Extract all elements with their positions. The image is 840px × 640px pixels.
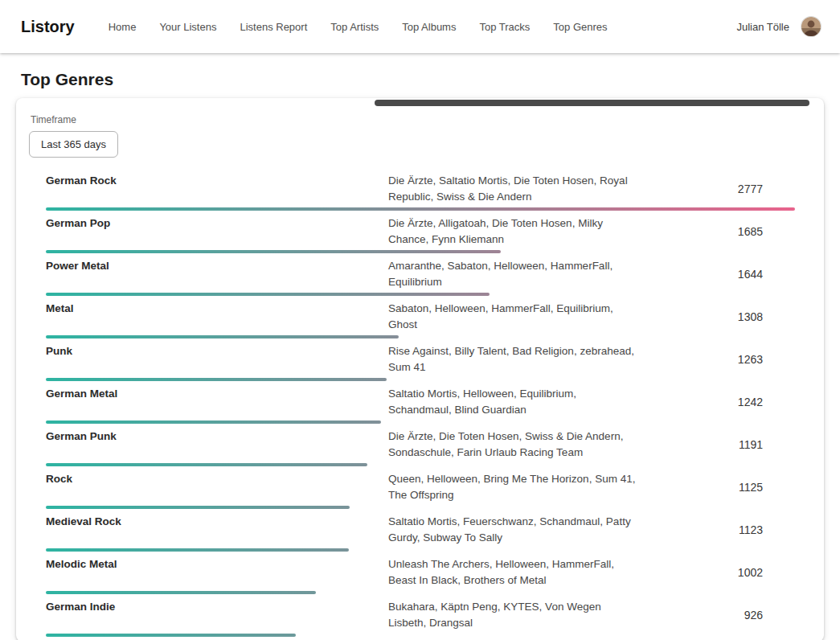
genre-row: Punk Rise Against, Billy Talent, Bad Rel… [46, 338, 795, 381]
genre-artists: Die Ärzte, Alligatoah, Die Toten Hosen, … [388, 215, 645, 248]
nav-link-top-tracks[interactable]: Top Tracks [479, 21, 530, 33]
genre-bar [46, 463, 367, 466]
genre-bar [46, 506, 350, 509]
nav-link-top-artists[interactable]: Top Artists [330, 21, 379, 33]
genre-artists: Saltatio Mortis, Feuerschwanz, Schandmau… [388, 514, 645, 546]
genre-bar [46, 634, 296, 637]
genre-count: 1242 [645, 396, 795, 408]
genre-bar [46, 591, 316, 594]
top-navbar: Listory HomeYour ListensListens ReportTo… [0, 0, 840, 53]
genre-count: 2777 [645, 183, 795, 195]
genre-name: Metal [46, 301, 388, 333]
timeframe-select[interactable]: Last 365 days [29, 131, 118, 158]
genre-name: Power Metal [46, 258, 388, 290]
genre-bar-track [46, 250, 795, 253]
genre-row: Power Metal Amaranthe, Sabaton, Hellowee… [46, 253, 795, 296]
genre-table: German Rock Die Ärzte, Saltatio Mortis, … [46, 168, 795, 637]
genre-row: Metal Sabaton, Helloween, HammerFall, Eq… [46, 296, 795, 338]
avatar-photo [801, 17, 821, 36]
genre-bar-track [46, 293, 795, 296]
nav-link-top-genres[interactable]: Top Genres [553, 21, 607, 33]
timeframe-filter: Timeframe Last 365 days [29, 114, 811, 158]
genre-bar [46, 207, 795, 211]
genre-bar-track [46, 421, 795, 424]
genre-bar [46, 421, 381, 424]
genre-artists: Queen, Helloween, Bring Me The Horizon, … [388, 471, 645, 503]
genre-row: Rock Queen, Helloween, Bring Me The Hori… [46, 466, 795, 509]
genre-bar-track [46, 591, 795, 594]
genre-row: German Punk Die Ärzte, Die Toten Hosen, … [46, 424, 795, 466]
genre-count: 1263 [645, 353, 795, 366]
nav-link-top-albums[interactable]: Top Albums [402, 21, 456, 33]
timeframe-label: Timeframe [31, 114, 811, 125]
top-genres-card: Timeframe Last 365 days German Rock Die … [16, 98, 824, 640]
genre-count: 1191 [645, 438, 795, 451]
genre-artists: Die Ärzte, Die Toten Hosen, Swiss & Die … [388, 429, 645, 461]
horizontal-scrollbar-thumb[interactable] [375, 100, 809, 106]
brand-logo[interactable]: Listory [21, 18, 75, 36]
genre-name: Medieval Rock [46, 514, 388, 546]
genre-bar-track [46, 506, 795, 509]
genre-artists: Rise Against, Billy Talent, Bad Religion… [388, 343, 645, 375]
genre-row: German Rock Die Ärzte, Saltatio Mortis, … [46, 168, 795, 211]
genre-bar-track [46, 207, 795, 211]
user-avatar[interactable] [801, 17, 821, 36]
genre-bar [46, 250, 501, 253]
genre-name: German Indie [46, 599, 388, 631]
genre-count: 1644 [645, 268, 795, 281]
genre-bar [46, 548, 349, 552]
genre-artists: Sabaton, Helloween, HammerFall, Equilibr… [388, 301, 645, 333]
genre-artists: Bukahara, Käptn Peng, KYTES, Von Wegen L… [388, 599, 645, 631]
genre-row: German Pop Die Ärzte, Alligatoah, Die To… [46, 211, 795, 253]
nav-link-your-listens[interactable]: Your Listens [159, 21, 216, 33]
genre-row: German Indie Bukahara, Käptn Peng, KYTES… [46, 594, 795, 637]
genre-bar [46, 335, 399, 338]
genre-artists: Amaranthe, Sabaton, Helloween, HammerFal… [388, 258, 645, 290]
genre-bar-track [46, 548, 795, 552]
genre-bar-track [46, 378, 795, 381]
genre-row: Melodic Metal Unleash The Archers, Hello… [46, 552, 795, 594]
page-title: Top Genres [21, 70, 840, 89]
genre-name: Melodic Metal [46, 556, 388, 589]
nav-link-home[interactable]: Home [109, 21, 137, 33]
genre-bar [46, 378, 387, 381]
nav-links: HomeYour ListensListens ReportTop Artist… [109, 21, 737, 33]
genre-count: 1125 [645, 481, 795, 494]
genre-name: Punk [46, 343, 388, 375]
genre-count: 1308 [645, 310, 795, 323]
genre-artists: Unleash The Archers, Helloween, HammerFa… [388, 556, 645, 589]
genre-name: German Pop [46, 215, 388, 248]
genre-name: German Punk [46, 429, 388, 461]
genre-count: 1123 [645, 523, 795, 536]
genre-artists: Saltatio Mortis, Helloween, Equilibrium,… [388, 386, 645, 418]
genre-row: Medieval Rock Saltatio Mortis, Feuerschw… [46, 509, 795, 552]
genre-count: 926 [645, 609, 795, 622]
genre-name: German Rock [46, 173, 388, 205]
genre-bar-track [46, 634, 795, 637]
genre-name: Rock [46, 471, 388, 503]
genre-row: German Metal Saltatio Mortis, Helloween,… [46, 381, 795, 424]
user-menu: Julian Tölle [736, 17, 821, 36]
genre-bar-track [46, 335, 795, 338]
genre-bar-track [46, 463, 795, 466]
genre-artists: Die Ärzte, Saltatio Mortis, Die Toten Ho… [388, 173, 645, 205]
genre-count: 1685 [645, 225, 795, 238]
genre-count: 1002 [645, 566, 795, 579]
user-name[interactable]: Julian Tölle [736, 21, 789, 33]
nav-link-listens-report[interactable]: Listens Report [240, 21, 307, 33]
genre-name: German Metal [46, 386, 388, 418]
genre-bar [46, 293, 490, 296]
